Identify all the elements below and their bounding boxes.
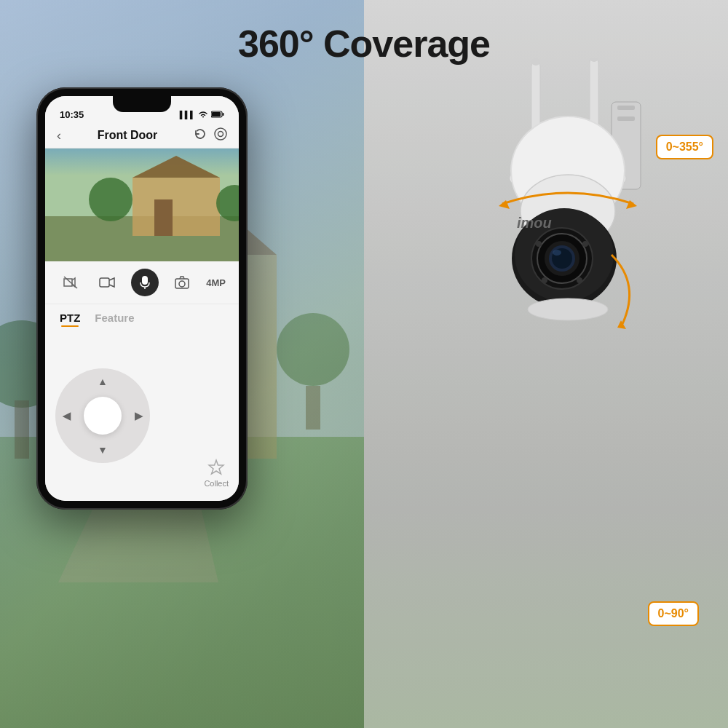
tab-feature[interactable]: Feature	[95, 312, 134, 327]
status-time: 10:35	[60, 109, 84, 120]
svg-rect-8	[306, 386, 320, 430]
camera-feed-scene	[45, 149, 239, 261]
svg-point-33	[531, 58, 540, 66]
control-bar: 4MP	[45, 261, 239, 304]
settings-icon[interactable]	[214, 127, 227, 143]
ptz-tabs: PTZ Feature	[45, 304, 239, 330]
svg-point-47	[536, 241, 542, 247]
phone-screen: 10:35 ▌▌▌	[45, 96, 239, 501]
svg-marker-53	[617, 320, 626, 329]
mic-button[interactable]	[131, 269, 159, 296]
status-icons: ▌▌▌	[180, 111, 224, 119]
refresh-icon[interactable]	[194, 127, 207, 143]
svg-point-48	[582, 241, 588, 247]
svg-rect-7	[15, 400, 29, 459]
signal-icon: ▌▌▌	[180, 111, 195, 119]
dpad-center[interactable]	[84, 397, 122, 435]
tab-ptz[interactable]: PTZ	[60, 312, 80, 327]
svg-point-6	[277, 313, 349, 386]
svg-point-20	[89, 178, 132, 221]
svg-rect-11	[223, 113, 224, 116]
resolution-label: 4MP	[206, 277, 226, 288]
camera-feed	[45, 149, 239, 261]
horizontal-range-label: 0~355°	[656, 135, 713, 159]
svg-rect-17	[132, 178, 220, 236]
svg-rect-31	[617, 116, 635, 121]
battery-icon	[211, 111, 224, 119]
dpad-left[interactable]: ◀	[63, 410, 71, 422]
phone-mockup: 10:35 ▌▌▌	[36, 87, 262, 510]
ptz-control: ▲ ◀ ▶ ▼ Collect	[45, 330, 239, 501]
wifi-icon	[198, 111, 208, 119]
mute-button[interactable]	[58, 270, 83, 295]
svg-point-13	[215, 128, 226, 140]
vertical-range-label: 0~90°	[648, 601, 699, 626]
dpad[interactable]: ▲ ◀ ▶ ▼	[55, 368, 150, 463]
camera-device: imou	[437, 58, 684, 466]
svg-point-14	[218, 132, 223, 137]
dpad-down[interactable]: ▼	[98, 444, 108, 456]
svg-rect-12	[212, 112, 221, 116]
nav-icons	[194, 127, 227, 143]
svg-point-46	[553, 250, 561, 256]
nav-bar: ‹ Front Door	[45, 123, 239, 149]
collect-label: Collect	[204, 479, 229, 488]
svg-rect-30	[617, 106, 635, 110]
svg-point-50	[577, 277, 582, 283]
collect-button[interactable]: Collect	[204, 459, 229, 488]
dpad-right[interactable]: ▶	[135, 410, 143, 422]
camera-svg	[437, 58, 684, 466]
svg-rect-25	[142, 276, 148, 285]
svg-point-49	[542, 277, 547, 283]
svg-rect-19	[154, 199, 173, 236]
snapshot-button[interactable]	[170, 270, 194, 295]
svg-point-54	[528, 298, 608, 320]
imou-brand: imou	[517, 215, 552, 232]
phone-body: 10:35 ▌▌▌	[36, 87, 248, 510]
svg-rect-24	[100, 278, 109, 287]
phone-notch	[113, 96, 171, 112]
back-button[interactable]: ‹	[57, 128, 61, 143]
video-button[interactable]	[95, 270, 119, 295]
dpad-up[interactable]: ▲	[98, 376, 108, 387]
nav-title: Front Door	[98, 129, 158, 142]
svg-point-28	[179, 281, 185, 287]
